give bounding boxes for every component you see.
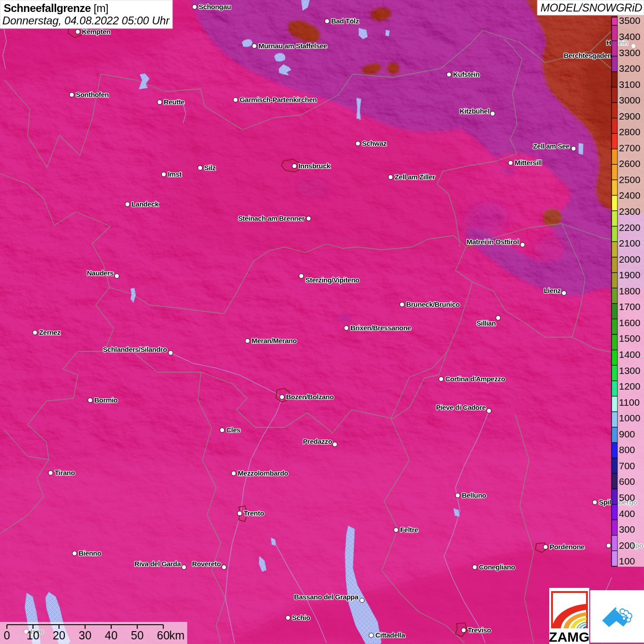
svg-text:Nauders: Nauders	[87, 269, 114, 277]
svg-text:1000: 1000	[619, 413, 641, 423]
svg-text:800: 800	[619, 444, 635, 455]
svg-text:Treviso: Treviso	[468, 626, 491, 634]
svg-text:2900: 2900	[619, 111, 641, 121]
svg-text:100: 100	[619, 556, 635, 566]
svg-text:Cittadella: Cittadella	[375, 631, 405, 639]
svg-text:Sonthofen: Sonthofen	[76, 91, 109, 98]
svg-text:Zell am Ziller: Zell am Ziller	[395, 173, 435, 181]
svg-text:Pordenone: Pordenone	[550, 543, 585, 551]
svg-text:50: 50	[131, 629, 144, 642]
svg-text:1100: 1100	[619, 397, 640, 408]
svg-text:Bassano del Grappa: Bassano del Grappa	[294, 593, 359, 601]
svg-text:10: 10	[27, 629, 40, 642]
svg-text:2800: 2800	[619, 126, 641, 137]
svg-text:Sterzing/Vipiteno: Sterzing/Vipiteno	[305, 276, 359, 284]
svg-text:Kempten: Kempten	[82, 28, 110, 35]
svg-text:0: 0	[4, 629, 10, 642]
svg-text:km: km	[169, 629, 184, 642]
svg-text:Murnau am Staffelsee: Murnau am Staffelsee	[259, 42, 327, 50]
svg-text:Landeck: Landeck	[132, 200, 159, 208]
svg-text:2700: 2700	[619, 143, 641, 153]
svg-text:Steinach am Brenner: Steinach am Brenner	[238, 214, 305, 222]
svg-text:Bienno: Bienno	[79, 549, 101, 557]
svg-text:200: 200	[619, 540, 635, 551]
svg-text:Rovereto: Rovereto	[192, 560, 221, 568]
svg-text:Bozen/Bolzano: Bozen/Bolzano	[286, 393, 334, 401]
svg-text:Berchtesgaden: Berchtesgaden	[564, 52, 612, 59]
svg-text:Zell am See: Zell am See	[533, 142, 569, 150]
svg-text:Reutte: Reutte	[164, 98, 184, 106]
svg-text:Mezzolombardo: Mezzolombardo	[238, 469, 288, 477]
svg-text:1900: 1900	[619, 270, 641, 280]
svg-text:2400: 2400	[619, 190, 641, 201]
svg-text:Bad Tölz: Bad Tölz	[331, 17, 359, 25]
svg-text:1700: 1700	[619, 301, 641, 312]
svg-text:Imst: Imst	[168, 170, 182, 178]
svg-text:Donnerstag, 04.08.2022 05:00 U: Donnerstag, 04.08.2022 05:00 Uhr	[2, 14, 170, 27]
svg-text:1300: 1300	[619, 365, 641, 376]
svg-text:400: 400	[619, 508, 635, 519]
svg-text:3200: 3200	[619, 63, 641, 74]
svg-text:1200: 1200	[619, 381, 641, 391]
svg-text:Feltre: Feltre	[400, 526, 418, 534]
svg-text:Meran/Merano: Meran/Merano	[252, 337, 297, 345]
svg-text:Schongau: Schongau	[199, 3, 231, 11]
svg-text:Zernez: Zernez	[39, 328, 61, 336]
svg-text:Sillian: Sillian	[477, 319, 496, 327]
svg-text:500: 500	[619, 492, 635, 503]
svg-text:Matrei in Osttirol: Matrei in Osttirol	[466, 238, 519, 246]
svg-text:Belluno: Belluno	[462, 491, 486, 499]
svg-text:Conegliano: Conegliano	[479, 563, 515, 571]
svg-text:Kitzbühel: Kitzbühel	[460, 107, 489, 115]
svg-text:Garmisch-Partenkirchen: Garmisch-Partenkirchen	[240, 96, 317, 104]
svg-text:1600: 1600	[619, 317, 641, 328]
svg-text:Bruneck/Brunico: Bruneck/Brunico	[406, 300, 460, 308]
svg-text:3100: 3100	[619, 79, 641, 90]
svg-text:300: 300	[619, 524, 635, 535]
svg-text:Brixen/Bressanone: Brixen/Bressanone	[351, 324, 411, 332]
svg-text:Schneefallgrenze [m]: Schneefallgrenze [m]	[4, 2, 108, 14]
svg-text:40: 40	[105, 629, 118, 642]
svg-text:Riva del Garda: Riva del Garda	[134, 560, 181, 568]
svg-text:Innsbruck: Innsbruck	[299, 162, 331, 170]
svg-text:Cortina d'Ampezzo: Cortina d'Ampezzo	[445, 375, 505, 383]
svg-text:3400: 3400	[619, 31, 641, 42]
svg-text:Mittersill: Mittersill	[515, 159, 542, 167]
svg-text:Tirano: Tirano	[55, 469, 75, 477]
svg-text:ZAMG: ZAMG	[549, 629, 589, 644]
svg-text:2200: 2200	[619, 222, 641, 233]
svg-text:Kufstein: Kufstein	[453, 70, 480, 78]
svg-text:Pieve di Cadore: Pieve di Cadore	[436, 403, 486, 411]
svg-text:Schio: Schio	[292, 614, 310, 621]
svg-text:Silz: Silz	[204, 164, 216, 172]
svg-text:2600: 2600	[619, 158, 641, 169]
svg-text:3300: 3300	[619, 47, 641, 58]
svg-text:Predazzo: Predazzo	[303, 437, 333, 445]
svg-text:Trento: Trento	[244, 509, 264, 517]
svg-text:Bormio: Bormio	[94, 396, 118, 404]
svg-text:Lienz: Lienz	[544, 287, 561, 294]
svg-text:30: 30	[79, 629, 92, 642]
svg-text:2000: 2000	[619, 254, 641, 264]
svg-text:1800: 1800	[619, 286, 641, 296]
svg-text:2500: 2500	[619, 174, 641, 185]
svg-text:Cles: Cles	[226, 426, 241, 434]
svg-text:60: 60	[157, 629, 170, 642]
svg-text:Schwaz: Schwaz	[362, 139, 386, 147]
svg-text:MODEL/SNOWGRiD: MODEL/SNOWGRiD	[540, 1, 642, 14]
svg-text:3000: 3000	[619, 95, 641, 105]
svg-text:1500: 1500	[619, 333, 641, 344]
svg-text:3500: 3500	[619, 15, 641, 26]
svg-text:700: 700	[619, 460, 635, 471]
svg-text:1400: 1400	[619, 349, 641, 360]
svg-text:2100: 2100	[619, 238, 641, 248]
svg-text:Schlanders/Silandro: Schlanders/Silandro	[103, 345, 167, 353]
svg-text:2300: 2300	[619, 206, 641, 217]
svg-text:900: 900	[619, 429, 635, 439]
svg-text:600: 600	[619, 476, 635, 487]
svg-text:20: 20	[52, 629, 65, 642]
